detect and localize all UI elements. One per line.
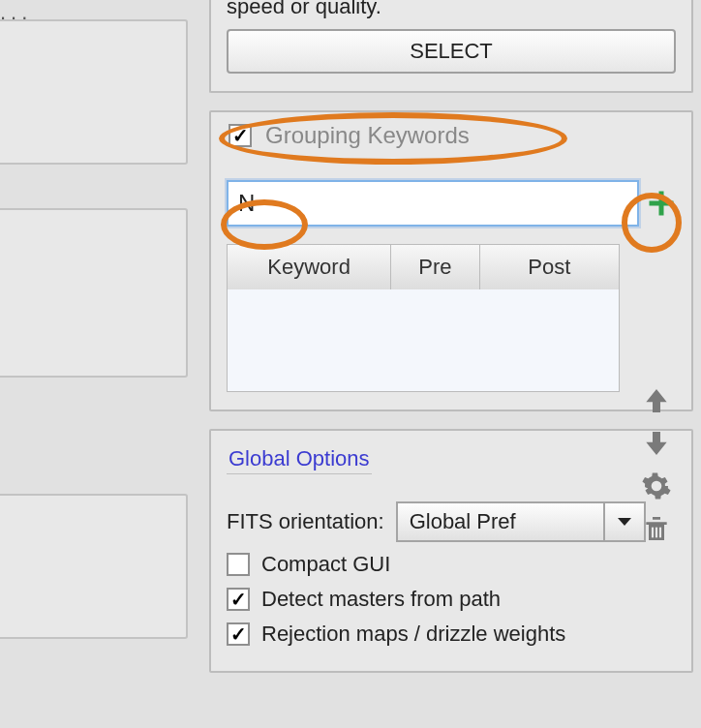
grouping-enable-checkbox[interactable] [229, 124, 252, 147]
rejection-maps-label: Rejection maps / drizzle weights [261, 622, 565, 647]
arrow-down-icon[interactable] [641, 428, 672, 459]
arrow-up-icon[interactable] [641, 385, 672, 416]
global-options-title: Global Options [227, 444, 372, 474]
left-panel [0, 494, 188, 639]
select-button[interactable]: SELECT [227, 29, 676, 74]
fits-orientation-select[interactable]: Global Pref [396, 501, 646, 542]
detect-masters-checkbox[interactable] [227, 588, 250, 611]
col-post[interactable]: Post [480, 245, 619, 289]
svg-rect-1 [650, 201, 674, 206]
keyword-input-row [227, 180, 676, 227]
left-sidebar: ... [0, 0, 192, 728]
keyword-input[interactable] [227, 180, 639, 227]
plus-icon[interactable] [647, 189, 676, 218]
left-panel [0, 19, 188, 165]
chevron-down-icon[interactable] [603, 503, 644, 540]
keyword-side-icons [641, 385, 672, 544]
fits-orientation-row: FITS orientation: Global Pref [227, 501, 676, 542]
select-panel-text: speed or quality. [227, 0, 676, 19]
svg-rect-3 [655, 528, 657, 538]
keyword-table: Keyword Pre Post [227, 244, 620, 392]
keyword-table-header: Keyword Pre Post [228, 245, 619, 289]
compact-gui-checkbox[interactable] [227, 553, 250, 576]
option-compact-gui: Compact GUI [227, 552, 676, 577]
global-options-panel: Global Options FITS orientation: Global … [209, 429, 693, 673]
grouping-keywords-panel: Grouping Keywords Keyword Pre Post [209, 110, 693, 411]
svg-rect-4 [659, 528, 661, 538]
option-rejection-maps: Rejection maps / drizzle weights [227, 622, 676, 647]
select-panel: speed or quality. SELECT [209, 0, 693, 93]
option-detect-masters: Detect masters from path [227, 587, 676, 612]
gear-icon[interactable] [641, 470, 672, 501]
rejection-maps-checkbox[interactable] [227, 622, 250, 646]
grouping-title: Grouping Keywords [265, 122, 470, 149]
col-keyword[interactable]: Keyword [228, 245, 391, 289]
detect-masters-label: Detect masters from path [261, 587, 501, 612]
compact-gui-label: Compact GUI [261, 552, 390, 577]
main-column: speed or quality. SELECT Grouping Keywor… [209, 0, 693, 690]
left-panel [0, 208, 188, 378]
keyword-table-body [228, 289, 619, 391]
fits-orientation-label: FITS orientation: [227, 509, 384, 534]
grouping-header: Grouping Keywords [227, 120, 676, 155]
svg-rect-2 [652, 528, 654, 538]
col-pre[interactable]: Pre [391, 245, 480, 289]
trash-icon[interactable] [641, 513, 672, 544]
fits-orientation-value: Global Pref [398, 509, 603, 534]
